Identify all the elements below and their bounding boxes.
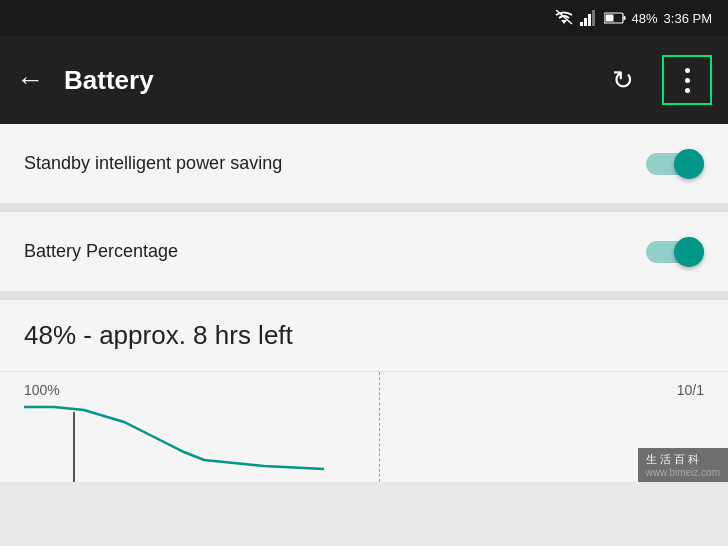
setting-row-battery-percentage: Battery Percentage (0, 212, 728, 292)
battery-percent: 48% (632, 11, 658, 26)
status-icons: 48% 3:36 PM (554, 10, 712, 26)
chart-label-100: 100% (24, 382, 60, 398)
standby-label: Standby intelligent power saving (24, 153, 282, 174)
battery-percentage-label: Battery Percentage (24, 241, 178, 262)
more-options-button[interactable] (662, 55, 712, 105)
toggle-thumb-standby (674, 149, 704, 179)
svg-rect-7 (623, 16, 625, 20)
svg-rect-3 (584, 18, 587, 26)
svg-rect-5 (592, 10, 595, 26)
clock: 3:36 PM (664, 11, 712, 26)
dot-2 (685, 78, 690, 83)
separator-1 (0, 204, 728, 212)
wifi-icon (554, 10, 574, 26)
battery-icon (604, 11, 626, 25)
battery-chart (24, 402, 704, 482)
svg-rect-2 (580, 22, 583, 26)
watermark-line1: 生 活 百 科 (646, 452, 720, 467)
toggle-thumb-battery (674, 237, 704, 267)
refresh-button[interactable]: ↻ (612, 65, 634, 96)
battery-info-row: 48% - approx. 8 hrs left (0, 300, 728, 372)
chart-labels: 100% 10/1 (24, 382, 704, 398)
signal-icon (580, 10, 598, 26)
dot-3 (685, 88, 690, 93)
page-title: Battery (64, 65, 592, 96)
setting-row-standby: Standby intelligent power saving (0, 124, 728, 204)
app-bar: ← Battery ↻ (0, 36, 728, 124)
three-dots-icon (685, 68, 690, 93)
back-button[interactable]: ← (16, 64, 44, 96)
dot-1 (685, 68, 690, 73)
chart-label-date: 10/1 (677, 382, 704, 398)
watermark: 生 活 百 科 www.bimeiz.com (638, 448, 728, 482)
chart-divider (379, 372, 380, 482)
battery-status-text: 48% - approx. 8 hrs left (24, 320, 704, 351)
svg-rect-8 (605, 15, 613, 22)
separator-2 (0, 292, 728, 300)
standby-toggle[interactable] (646, 149, 704, 179)
status-bar: 48% 3:36 PM (0, 0, 728, 36)
watermark-line2: www.bimeiz.com (646, 467, 720, 478)
battery-percentage-toggle[interactable] (646, 237, 704, 267)
svg-rect-4 (588, 14, 591, 26)
battery-chart-area: 100% 10/1 生 活 百 科 www.bimeiz.com (0, 372, 728, 482)
svg-marker-0 (561, 20, 567, 24)
content-area: Standby intelligent power saving Battery… (0, 124, 728, 482)
